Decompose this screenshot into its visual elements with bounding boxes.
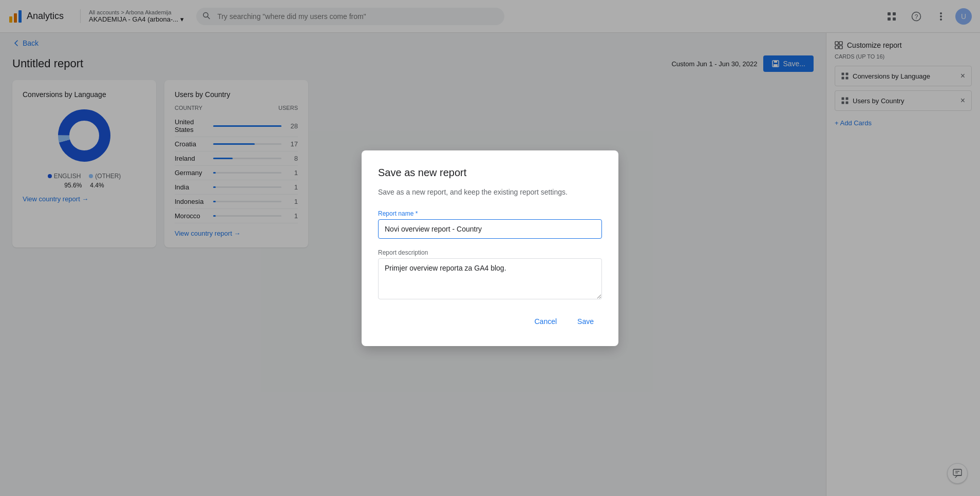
report-name-input[interactable] xyxy=(378,219,602,239)
report-name-label: Report name * xyxy=(378,210,602,217)
report-description-label: Report description xyxy=(378,249,602,256)
report-description-field: Report description xyxy=(378,249,602,301)
modal-overlay: Save as new report Save as a new report,… xyxy=(0,0,980,496)
modal-actions: Cancel Save xyxy=(378,313,602,330)
modal-description: Save as a new report, and keep the exist… xyxy=(378,187,602,198)
report-description-textarea[interactable] xyxy=(378,258,602,299)
modal-save-button[interactable]: Save xyxy=(569,313,602,330)
modal-cancel-button[interactable]: Cancel xyxy=(526,313,565,330)
save-modal: Save as new report Save as a new report,… xyxy=(362,150,618,346)
report-name-field: Report name * xyxy=(378,210,602,239)
modal-title: Save as new report xyxy=(378,167,602,179)
